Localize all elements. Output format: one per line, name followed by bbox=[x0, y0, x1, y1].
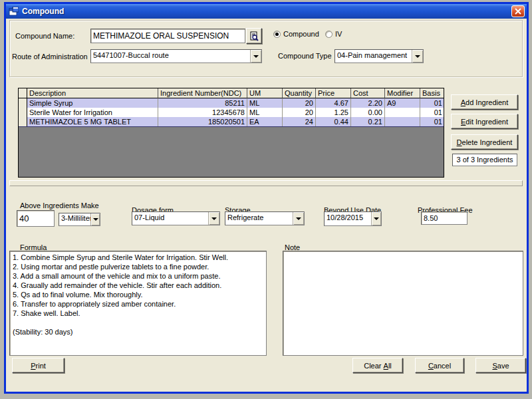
cell-description: METHIMAZOLE 5 MG TABLET bbox=[27, 117, 158, 126]
note-textarea[interactable] bbox=[283, 251, 523, 356]
dosage-form-combobox[interactable]: 07-Liquid bbox=[132, 211, 220, 225]
cell-price: 4.67 bbox=[316, 98, 351, 108]
route-value: 54471007-Buccal route bbox=[91, 50, 250, 63]
storage-dropdown-button[interactable] bbox=[293, 212, 304, 225]
col-cost: Cost bbox=[351, 88, 385, 98]
grid-corner-cell bbox=[19, 88, 27, 98]
compound-type-value: 04-Pain management bbox=[335, 50, 412, 63]
cell-ndc: 185020501 bbox=[158, 117, 247, 126]
cell-ndc: 12345678 bbox=[158, 108, 247, 117]
col-price: Price bbox=[316, 88, 351, 98]
chevron-down-icon bbox=[296, 217, 301, 220]
cell-basis: 01 bbox=[420, 117, 444, 126]
cell-cost: 0.00 bbox=[351, 108, 385, 117]
make-unit-value: 3-Milliliter bbox=[59, 213, 90, 225]
cancel-button[interactable]: Cancel bbox=[415, 358, 464, 373]
add-ingredient-button[interactable]: Add Ingredient bbox=[451, 94, 518, 110]
chevron-down-icon bbox=[374, 217, 379, 220]
compound-type-label: Compound Type bbox=[278, 52, 332, 60]
row-selector[interactable] bbox=[19, 98, 27, 108]
grid-empty-area bbox=[19, 126, 444, 178]
window-title: Compound bbox=[22, 7, 511, 16]
close-icon bbox=[515, 8, 521, 15]
cell-modifier bbox=[385, 117, 420, 126]
beyond-use-date-value: 10/28/2015 bbox=[325, 212, 371, 225]
col-um: UM bbox=[247, 88, 283, 98]
col-basis: Basis bbox=[420, 88, 444, 98]
close-button[interactable] bbox=[511, 5, 525, 17]
radio-compound-icon bbox=[273, 31, 281, 38]
cell-price: 1.25 bbox=[316, 108, 351, 117]
beyond-use-date-picker[interactable]: 10/28/2015 bbox=[324, 211, 382, 226]
chevron-down-icon bbox=[415, 55, 420, 58]
cell-cost: 2.20 bbox=[351, 98, 385, 108]
compound-dialog: Compound Compound Name: Compound IV Rout… bbox=[4, 2, 529, 394]
dosage-form-value: 07-Liquid bbox=[132, 212, 208, 225]
ingredient-count-box: 3 of 3 Ingredients bbox=[452, 154, 517, 166]
cell-ndc: 85211 bbox=[158, 98, 247, 108]
professional-fee-input[interactable] bbox=[421, 211, 467, 225]
ingredient-row[interactable]: Sterile Water for Irrigation 12345678 ML… bbox=[19, 108, 444, 117]
delete-ingredient-button[interactable]: Delete Ingredient bbox=[451, 134, 518, 150]
cell-modifier bbox=[385, 108, 420, 117]
make-label: Above Ingredients Make bbox=[20, 201, 99, 209]
header-groupbox bbox=[9, 20, 523, 77]
cell-quantity: 20 bbox=[283, 98, 316, 108]
compound-name-label: Compound Name: bbox=[15, 32, 74, 40]
save-button[interactable]: Save bbox=[475, 358, 526, 373]
route-combobox[interactable]: 54471007-Buccal route bbox=[90, 49, 262, 63]
cell-um: ML bbox=[247, 108, 283, 117]
compound-type-combobox[interactable]: 04-Pain management bbox=[334, 49, 424, 63]
radio-iv-icon bbox=[325, 31, 332, 38]
clear-all-button[interactable]: Clear All bbox=[352, 358, 403, 373]
chevron-down-icon bbox=[211, 217, 217, 220]
col-modifier: Modifier bbox=[385, 88, 420, 98]
app-icon bbox=[9, 7, 19, 16]
cell-basis: 01 bbox=[420, 108, 444, 117]
cell-description: Sterile Water for Irrigation bbox=[27, 108, 158, 117]
edit-ingredient-button[interactable]: Edit Ingredient bbox=[451, 114, 518, 129]
compound-search-button[interactable] bbox=[246, 28, 262, 44]
cell-quantity: 20 bbox=[283, 108, 316, 117]
row-selector[interactable] bbox=[19, 108, 27, 117]
cell-modifier: A9 bbox=[385, 98, 420, 108]
cell-um: ML bbox=[247, 98, 283, 108]
formula-textarea[interactable]: 1. Combine Simple Syrup and Sterile Wate… bbox=[9, 251, 267, 356]
make-unit-dropdown-button[interactable] bbox=[90, 213, 100, 225]
cell-quantity: 24 bbox=[283, 117, 316, 126]
storage-combobox[interactable]: Refrigerate bbox=[225, 211, 305, 225]
compound-type-dropdown-button[interactable] bbox=[412, 50, 423, 63]
ingredient-grid: Description Ingredient Number(NDC) UM Qu… bbox=[18, 88, 444, 178]
col-ndc: Ingredient Number(NDC) bbox=[158, 88, 247, 98]
col-description: Description bbox=[27, 88, 158, 98]
cell-description: Simple Syrup bbox=[27, 98, 158, 108]
storage-value: Refrigerate bbox=[225, 212, 293, 225]
ingredient-row[interactable]: METHIMAZOLE 5 MG TABLET 185020501 EA 24 … bbox=[19, 117, 444, 126]
print-button[interactable]: Print bbox=[12, 358, 65, 373]
col-quantity: Quantity bbox=[283, 88, 316, 98]
cell-cost: 0.21 bbox=[351, 117, 385, 126]
dosage-dropdown-button[interactable] bbox=[208, 212, 219, 225]
chevron-down-icon bbox=[93, 218, 98, 221]
radio-iv-label: IV bbox=[335, 30, 342, 38]
row-selector[interactable] bbox=[19, 117, 27, 126]
radio-compound[interactable]: Compound bbox=[273, 30, 319, 38]
make-unit-combobox[interactable]: 3-Milliliter bbox=[59, 213, 100, 226]
cell-um: EA bbox=[247, 117, 283, 126]
cell-price: 0.44 bbox=[316, 117, 351, 126]
route-dropdown-button[interactable] bbox=[250, 50, 261, 63]
grid-header-row: Description Ingredient Number(NDC) UM Qu… bbox=[19, 88, 444, 98]
ingredient-row[interactable]: Simple Syrup 85211 ML 20 4.67 2.20 A9 01 bbox=[19, 98, 444, 108]
compound-name-input[interactable] bbox=[90, 29, 245, 43]
cell-basis: 01 bbox=[420, 98, 444, 108]
chevron-down-icon bbox=[253, 55, 259, 58]
grid-horizontal-scrollbar[interactable] bbox=[9, 180, 523, 186]
title-bar: Compound bbox=[6, 4, 527, 19]
date-dropdown-button[interactable] bbox=[371, 212, 381, 225]
radio-iv[interactable]: IV bbox=[325, 30, 342, 38]
route-label: Route of Administration bbox=[12, 53, 88, 61]
search-document-icon bbox=[250, 31, 259, 41]
make-quantity-input[interactable] bbox=[17, 210, 55, 227]
radio-compound-label: Compound bbox=[283, 30, 319, 38]
